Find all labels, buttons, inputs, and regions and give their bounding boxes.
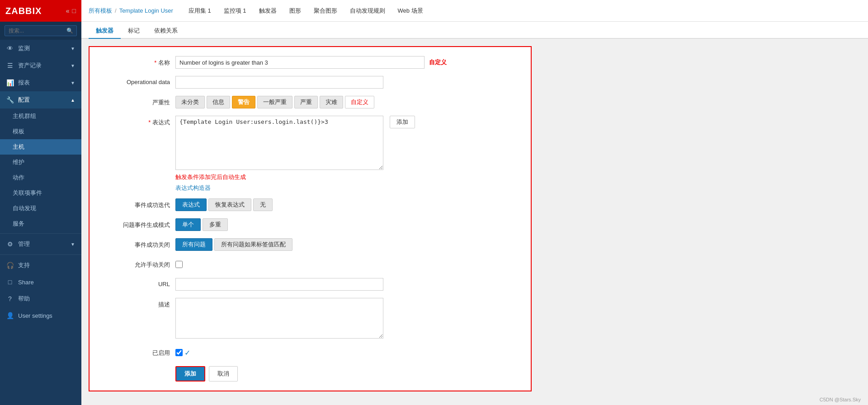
- tab-tags[interactable]: 标记: [121, 23, 147, 39]
- severity-btn-unclassified[interactable]: 未分类: [175, 96, 205, 108]
- event-success-gen-control: 表达式 恢复表达式 无: [175, 198, 383, 211]
- sidebar-item-label: Share: [18, 279, 34, 286]
- sidebar-item-label: User settings: [18, 312, 52, 319]
- expression-builder-link[interactable]: 表达式构造器: [175, 184, 211, 191]
- sidebar-item-help[interactable]: ? 帮助: [0, 290, 81, 307]
- severity-btn-custom[interactable]: 自定义: [345, 96, 374, 108]
- sidebar-item-support[interactable]: 🎧 支持: [0, 257, 81, 274]
- sidebar-item-host-groups[interactable]: 主机群组: [0, 108, 81, 124]
- expression-add-button[interactable]: 添加: [390, 116, 415, 128]
- severity-control: 未分类 信息 警告 一般严重 严重 灾难 自定义: [175, 96, 383, 108]
- breadcrumb-separator: /: [115, 7, 117, 14]
- tab-triggers[interactable]: 触发器: [89, 23, 121, 39]
- search-input[interactable]: [5, 25, 77, 36]
- sidebar-item-admin[interactable]: ⚙ 管理 ▼: [0, 235, 81, 253]
- event-success-recovery-btn[interactable]: 恢复表达式: [208, 198, 251, 211]
- description-control: [175, 298, 383, 340]
- operational-data-input[interactable]: [175, 76, 383, 89]
- allow-manual-close-checkbox[interactable]: [175, 261, 183, 268]
- wrench-icon: 🔧: [6, 96, 14, 104]
- severity-group: 未分类 信息 警告 一般严重 严重 灾难 自定义: [175, 96, 383, 108]
- gear-icon: ⚙: [6, 240, 14, 248]
- tab-deps[interactable]: 依赖关系: [147, 23, 185, 39]
- severity-btn-disaster[interactable]: 灾难: [320, 96, 343, 108]
- sidebar-item-share[interactable]: □ Share: [0, 274, 81, 290]
- expr-textarea-col: {Template Login User:users.login.last()}…: [175, 116, 383, 181]
- sidebar-item-label: 报表: [18, 79, 30, 87]
- sidebar-item-actions[interactable]: 动作: [0, 170, 81, 185]
- topnav-link-discovery-rules[interactable]: 自动发现规则: [344, 0, 392, 22]
- sidebar-logo: ZABBIX « □: [0, 0, 81, 22]
- topnav-links: 应用集 1 监控项 1 触发器 图形 聚合图形 自动发现规则 Web 场景: [182, 0, 429, 22]
- description-textarea[interactable]: [175, 298, 383, 339]
- watermark: C5DN @Stars.Sky: [820, 397, 861, 402]
- name-input[interactable]: [175, 56, 425, 69]
- sidebar-item-assets[interactable]: ☰ 资产记录 ▼: [0, 57, 81, 74]
- name-row: 名称 自定义: [103, 56, 517, 70]
- severity-btn-high[interactable]: 严重: [294, 96, 318, 108]
- expression-row: 表达式 {Template Login User:users.login.las…: [103, 116, 517, 192]
- problem-event-mode-control: 单个 多重: [175, 218, 383, 231]
- help-icon: ?: [6, 295, 14, 302]
- sidebar-item-services[interactable]: 服务: [0, 216, 81, 231]
- sidebar-item-user-settings[interactable]: 👤 User settings: [0, 307, 81, 324]
- add-button[interactable]: 添加: [175, 366, 205, 381]
- breadcrumb-current[interactable]: Template Login User: [119, 7, 173, 14]
- sidebar-item-maintenance[interactable]: 维护: [0, 155, 81, 170]
- operational-data-row: Operational data: [103, 76, 517, 89]
- severity-btn-info[interactable]: 信息: [207, 96, 230, 108]
- fullscreen-icon[interactable]: □: [72, 7, 76, 14]
- sidebar-item-monitoring[interactable]: 👁 监测 ▼: [0, 40, 81, 57]
- event-success-expr-btn[interactable]: 表达式: [175, 198, 207, 211]
- logo-controls: « □: [66, 7, 76, 14]
- expression-control: {Template Login User:users.login.last()}…: [175, 116, 447, 192]
- description-row: 描述: [103, 298, 517, 340]
- event-success-none-btn[interactable]: 无: [253, 198, 273, 211]
- severity-btn-warning[interactable]: 警告: [232, 96, 255, 108]
- event-close-matching-btn[interactable]: 所有问题如果标签值匹配: [214, 238, 292, 251]
- enabled-checkbox[interactable]: [175, 349, 183, 356]
- cancel-button[interactable]: 取消: [209, 366, 238, 381]
- sidebar-item-corr-events[interactable]: 关联项事件: [0, 185, 81, 201]
- url-control: [175, 278, 383, 291]
- severity-btn-average[interactable]: 一般严重: [257, 96, 292, 108]
- sidebar-item-reports[interactable]: 📊 报表 ▼: [0, 74, 81, 91]
- expr-builder-wrapper: 表达式构造器: [175, 184, 447, 192]
- topnav-link-aggregate-graphs[interactable]: 聚合图形: [307, 0, 344, 22]
- add-btn-wrapper: 添加: [387, 116, 415, 128]
- event-success-close-label: 事件成功关闭: [103, 238, 175, 249]
- problem-event-btn-group: 单个 多重: [175, 218, 383, 231]
- topnav-link-graphs[interactable]: 图形: [283, 0, 307, 22]
- sidebar-item-hosts[interactable]: 主机: [0, 139, 81, 155]
- enabled-control: ✓: [175, 346, 383, 359]
- sidebar-sub-label: 主机群组: [13, 112, 36, 120]
- problem-event-mode-row: 问题事件生成模式 单个 多重: [103, 218, 517, 232]
- problem-event-multiple-btn[interactable]: 多重: [203, 218, 228, 231]
- url-row: URL: [103, 278, 517, 292]
- event-success-close-btn-group: 所有问题 所有问题如果标签值匹配: [175, 238, 383, 251]
- list-icon: ☰: [6, 62, 14, 69]
- expression-textarea[interactable]: {Template Login User:users.login.last()}…: [175, 116, 383, 170]
- event-success-gen-row: 事件成功迭代 表达式 恢复表达式 无: [103, 198, 517, 212]
- operational-data-label: Operational data: [103, 76, 175, 85]
- topnav-link-applications[interactable]: 应用集 1: [182, 0, 217, 22]
- problem-event-single-btn[interactable]: 单个: [175, 218, 201, 231]
- url-input[interactable]: [175, 278, 383, 291]
- event-close-all-btn[interactable]: 所有问题: [175, 238, 212, 251]
- sidebar-item-templates[interactable]: 模板: [0, 124, 81, 139]
- chevron-down-icon: ▼: [71, 242, 75, 247]
- allow-manual-close-label: 允许手动关闭: [103, 258, 175, 269]
- collapse-icon[interactable]: «: [66, 7, 70, 14]
- topnav-link-triggers[interactable]: 触发器: [253, 0, 283, 22]
- allow-manual-close-row: 允许手动关闭: [103, 258, 517, 272]
- divider: [0, 254, 81, 255]
- sidebar-item-config[interactable]: 🔧 配置 ▲: [0, 91, 81, 108]
- sidebar-sub-label: 维护: [13, 158, 24, 166]
- breadcrumb-all-templates[interactable]: 所有模板: [89, 7, 112, 15]
- enabled-wrapper: ✓: [175, 346, 383, 359]
- sidebar-item-auto-discover[interactable]: 自动发现: [0, 201, 81, 216]
- tab-bar: 触发器 标记 依赖关系: [81, 22, 868, 39]
- expression-hint: 触发条件添加完后自动生成: [175, 171, 383, 181]
- topnav-link-items[interactable]: 监控项 1: [217, 0, 253, 22]
- topnav-link-web-scenarios[interactable]: Web 场景: [392, 0, 429, 22]
